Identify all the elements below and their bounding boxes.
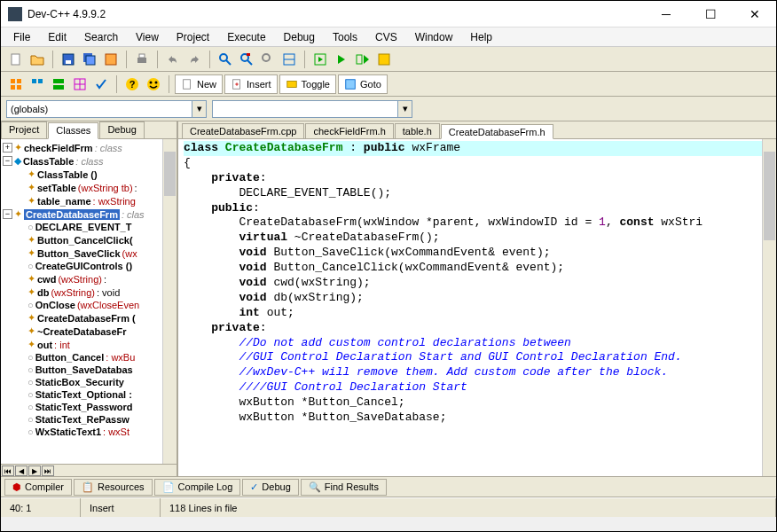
btab-compile-log[interactable]: 📄Compile Log [154, 479, 241, 496]
svg-rect-4 [86, 56, 95, 65]
tree-nav-buttons: ⏮ ◀ ▶ ⏭ [1, 464, 177, 476]
compile-run-icon[interactable] [353, 50, 373, 69]
svg-rect-25 [53, 79, 64, 83]
combo-row: (globals)▾ ▾ [1, 97, 776, 121]
help-icon[interactable]: ? [122, 74, 142, 94]
editor-tab-1[interactable]: checkFieldFrm.h [305, 123, 393, 138]
statusbar: 40: 1 Insert 118 Lines in file [1, 497, 776, 517]
btab-compiler[interactable]: ⬢Compiler [4, 479, 72, 496]
svg-rect-7 [139, 54, 145, 58]
redo-icon[interactable] [184, 50, 204, 69]
insert-button[interactable]: Insert [224, 74, 278, 94]
grid-icon-2[interactable] [27, 74, 47, 94]
svg-point-13 [263, 54, 270, 61]
save-icon[interactable] [59, 50, 78, 69]
svg-rect-37 [286, 81, 296, 87]
menu-tools[interactable]: Tools [324, 29, 366, 45]
menu-project[interactable]: Project [168, 29, 218, 45]
btab-resources[interactable]: 📋Resources [74, 479, 153, 496]
svg-rect-17 [357, 55, 362, 64]
btab-debug[interactable]: ✓Debug [242, 479, 298, 496]
status-mode: Insert [81, 498, 161, 517]
editor-tab-3[interactable]: CreateDatabaseFrm.h [441, 124, 553, 139]
menu-search[interactable]: Search [75, 29, 127, 45]
status-info: 118 Lines in file [161, 498, 776, 517]
nav-prev-icon[interactable]: ◀ [15, 466, 27, 476]
menu-execute[interactable]: Execute [218, 29, 274, 45]
minimize-button[interactable]: ─ [652, 4, 680, 25]
grid-icon-1[interactable] [6, 74, 26, 94]
svg-line-11 [247, 60, 252, 65]
status-position: 40: 1 [1, 498, 81, 517]
titlebar: Dev-C++ 4.9.9.2 ─ ☐ ✕ [1, 1, 776, 27]
new-file-icon[interactable] [6, 50, 26, 69]
tab-classes[interactable]: Classes [48, 122, 98, 139]
close-file-icon[interactable] [101, 50, 121, 69]
svg-rect-23 [32, 79, 36, 83]
svg-rect-5 [106, 54, 116, 65]
svg-rect-21 [11, 85, 15, 90]
svg-rect-20 [17, 79, 21, 83]
nav-last-icon[interactable]: ⏭ [42, 466, 54, 476]
replace-icon[interactable] [237, 50, 256, 69]
svg-rect-35 [184, 79, 191, 89]
btab-find-results[interactable]: 🔍Find Results [301, 479, 387, 496]
find-icon[interactable] [216, 50, 235, 69]
nav-next-icon[interactable]: ▶ [28, 466, 41, 476]
new-button[interactable]: New [175, 74, 223, 94]
menu-debug[interactable]: Debug [275, 29, 324, 45]
tab-project[interactable]: Project [1, 121, 47, 138]
toolbar-secondary: ? New Insert Toggle Goto [1, 72, 776, 97]
grid-icon-3[interactable] [49, 74, 68, 94]
rebuild-icon[interactable] [374, 50, 394, 69]
svg-rect-0 [12, 54, 20, 65]
svg-rect-18 [379, 54, 389, 65]
print-icon[interactable] [132, 50, 152, 69]
menubar: File Edit Search View Project Execute De… [1, 27, 776, 47]
editor-tab-0[interactable]: CreateDatabaseFrm.cpp [182, 123, 304, 138]
find-again-icon[interactable] [258, 50, 278, 69]
run-icon[interactable] [332, 50, 351, 69]
menu-file[interactable]: File [4, 29, 39, 45]
svg-rect-2 [66, 60, 71, 64]
open-file-icon[interactable] [27, 50, 47, 69]
nav-first-icon[interactable]: ⏮ [2, 466, 14, 476]
goto-line-icon[interactable] [279, 50, 299, 69]
class-tree[interactable]: +✦checkFieldFrm: class −◆ClassTable: cla… [1, 139, 177, 464]
bottom-tabs: ⬢Compiler 📋Resources 📄Compile Log ✓Debug… [1, 476, 776, 497]
menu-edit[interactable]: Edit [39, 29, 75, 45]
svg-rect-38 [346, 79, 356, 89]
svg-rect-12 [247, 53, 250, 56]
close-button[interactable]: ✕ [741, 4, 769, 25]
about-icon[interactable] [144, 74, 163, 94]
maximize-button[interactable]: ☐ [696, 4, 725, 25]
menu-view[interactable]: View [127, 29, 168, 45]
toggle-button[interactable]: Toggle [279, 74, 336, 94]
grid-icon-4[interactable] [70, 74, 90, 94]
tab-debug[interactable]: Debug [99, 121, 144, 138]
svg-rect-19 [11, 79, 15, 83]
tree-scrollbar[interactable] [162, 139, 177, 464]
svg-point-32 [147, 78, 160, 90]
editor-tabs: CreateDatabaseFrm.cpp checkFieldFrm.h ta… [178, 121, 776, 139]
compile-icon[interactable] [310, 50, 330, 69]
svg-rect-6 [137, 58, 146, 63]
editor-tab-2[interactable]: table.h [395, 123, 440, 138]
svg-rect-24 [38, 79, 43, 83]
menu-help[interactable]: Help [461, 29, 501, 45]
svg-text:?: ? [130, 79, 136, 90]
check-icon[interactable] [91, 74, 111, 94]
scope-combo[interactable]: (globals)▾ [6, 100, 207, 118]
menu-cvs[interactable]: CVS [366, 29, 406, 45]
app-icon [8, 7, 22, 21]
svg-rect-22 [17, 85, 21, 90]
member-combo[interactable]: ▾ [212, 100, 412, 118]
save-all-icon[interactable] [80, 50, 99, 69]
code-editor[interactable]: class CreateDatabaseFrm : public wxFrame… [178, 139, 776, 476]
undo-icon[interactable] [163, 50, 183, 69]
menu-window[interactable]: Window [406, 29, 462, 45]
svg-line-9 [226, 60, 231, 65]
goto-button[interactable]: Goto [338, 74, 388, 94]
editor-scrollbar[interactable] [762, 139, 776, 476]
svg-point-33 [150, 81, 153, 83]
